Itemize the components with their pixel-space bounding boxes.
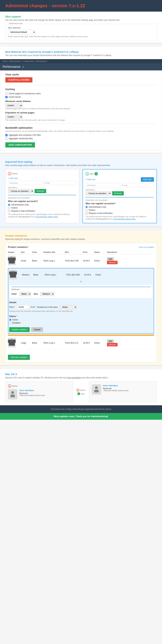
row1-size: Small bbox=[21, 260, 31, 262]
mac-shortcuts-desc-before: • Add and modify shortcut sets. bbox=[19, 394, 45, 396]
attributes-block: Attributes Color Black Size Medium bbox=[9, 284, 153, 298]
row1-title: Tshirt Long 1 bbox=[43, 260, 64, 262]
status-active-radio[interactable] bbox=[9, 319, 11, 321]
cache-pages-checkbox[interactable] bbox=[5, 92, 7, 95]
price-row: Price * EUR Include tax in this price -N… bbox=[9, 305, 153, 309]
row3-sku: TSH1-BLK-LG bbox=[65, 342, 82, 344]
username-field-before[interactable]: Username bbox=[8, 181, 42, 185]
loginToboggan-link-after[interactable]: LoginToboggan settings page. bbox=[113, 218, 136, 220]
before-small-circle: ● bbox=[77, 389, 79, 392]
product-image-medium bbox=[9, 270, 21, 280]
save-configuration-button[interactable]: SAVE CONFIGURATION bbox=[5, 142, 35, 148]
performance-title-bar: Performance ⚙ bbox=[0, 63, 162, 70]
mac-before-circle-icon: ● bbox=[8, 384, 11, 388]
tax-select[interactable]: -None- bbox=[60, 305, 77, 309]
status-active-row: Active bbox=[9, 318, 153, 321]
add-user-label-before: + Add user bbox=[8, 177, 18, 180]
execute-button-before[interactable]: Execute bbox=[35, 189, 46, 193]
after-plus-icon[interactable]: ● bbox=[94, 172, 98, 176]
cache-blocks-label: Cache blocks bbox=[9, 96, 21, 98]
admin-only-radio-before[interactable] bbox=[8, 204, 10, 206]
form-comparison-wrapper: ● before + Add user Username E-mail Oper… bbox=[5, 169, 157, 223]
col-price: Price bbox=[83, 251, 93, 253]
add-new-variation-button[interactable]: Add new variation bbox=[8, 355, 30, 360]
clear-all-caches-button[interactable]: CLEAR ALL CACHES bbox=[5, 77, 32, 82]
update-variation-button[interactable]: Update variation bbox=[9, 327, 30, 332]
admin-breadcrumb-bar: Home › Administration › Configuration › … bbox=[0, 59, 162, 63]
breadcrumb-config[interactable]: Configuration bbox=[23, 60, 34, 62]
visitors-row-after: Visitors bbox=[85, 209, 154, 211]
expiration-block: Expiration of cached pages <none> The ma… bbox=[5, 111, 157, 121]
loginToboggan-link-before[interactable]: LoginToboggan settings page. bbox=[35, 216, 58, 218]
breadcrumb-admin[interactable]: Administration bbox=[9, 60, 21, 62]
require-email-checkbox-after[interactable] bbox=[85, 212, 88, 214]
material-skin-desc: You can now materialize your Drupal Admi… bbox=[5, 54, 157, 56]
aggregate-css-checkbox[interactable] bbox=[5, 134, 7, 136]
footer: Download now at https://www.drupal.org/p… bbox=[0, 405, 162, 413]
gear-icon[interactable]: ⚙ bbox=[22, 66, 24, 68]
price-input[interactable] bbox=[17, 305, 29, 309]
row3-edit-button[interactable]: Edit bbox=[107, 340, 114, 343]
color-attr-select[interactable]: Black bbox=[19, 292, 31, 296]
macos-desc: Special CSS code for Apple's desktop OS.… bbox=[5, 376, 157, 379]
skin-selection-dropdown[interactable]: Adminimal Default bbox=[8, 30, 35, 34]
table-row: Small Black Tshirt Long 1 TSH1-BLK-SM 24… bbox=[8, 254, 154, 267]
reg-label-before: Registration and cancellation bbox=[8, 197, 76, 199]
form-styling-title: Improved form styling bbox=[5, 160, 157, 163]
visitors-radio-before[interactable] bbox=[8, 207, 10, 209]
email-field-after[interactable]: E-mail bbox=[120, 183, 154, 187]
attributes-title: Attributes bbox=[11, 287, 151, 290]
breadcrumb-dev[interactable]: Development bbox=[36, 60, 47, 62]
ops-label-after: Operations bbox=[85, 189, 154, 191]
mac-comparison-wrapper: ● before User interface Shortcuts • Add … bbox=[5, 382, 157, 402]
svg-rect-9 bbox=[15, 272, 17, 274]
row1-edit-button[interactable]: Edit bbox=[107, 257, 114, 261]
status-disabled-radio[interactable] bbox=[9, 322, 11, 324]
expiration-hint: The maximum time an external cache can u… bbox=[5, 119, 157, 121]
skin-subsection: Adminimal skin Skin selection Adminimal … bbox=[5, 24, 157, 40]
admin-only-radio-after[interactable] bbox=[85, 206, 88, 208]
before-column: ● before + Add user Username E-mail Oper… bbox=[5, 169, 79, 223]
after-circle-icon[interactable]: ● bbox=[85, 172, 89, 176]
cache-blocks-checkbox[interactable] bbox=[5, 96, 7, 98]
ops-select-before[interactable]: - Choose an operation - bbox=[8, 189, 34, 193]
mac-shortcuts-desc-after: • Add and modify shortcut sets. bbox=[103, 390, 129, 392]
status-disabled-row: Disabled bbox=[9, 322, 153, 324]
expiration-select[interactable]: <none> bbox=[5, 115, 23, 119]
row2-title: Tshirt Long 1 bbox=[44, 274, 65, 276]
tax-note: Saving prices tax inclusive will bypass … bbox=[9, 310, 153, 312]
cache-blocks-row: Cache blocks bbox=[5, 96, 157, 98]
variation-action-buttons: Update variation Cancel bbox=[9, 327, 153, 332]
email-field-before[interactable]: E-mail bbox=[43, 181, 77, 185]
row-expand-toggle[interactable]: ∨ bbox=[9, 280, 153, 283]
min-cache-select[interactable]: <none> bbox=[5, 104, 23, 108]
row3-remove-button[interactable]: Remove bbox=[107, 343, 118, 346]
execute-button-after[interactable]: Execute bbox=[112, 191, 124, 196]
visitors-radio-after[interactable] bbox=[85, 209, 88, 211]
before-circle-icon[interactable]: ● bbox=[8, 172, 11, 175]
require-email-checkbox-before[interactable] bbox=[8, 210, 10, 212]
row1-sku: TSH1-BLK-SM bbox=[65, 260, 82, 262]
size-attr-select[interactable]: Medium bbox=[40, 292, 54, 296]
drupal-commerce-desc: Improved styling for drupal commerce, co… bbox=[5, 238, 157, 240]
svg-rect-14 bbox=[14, 340, 16, 343]
tshirt-svg-medium bbox=[9, 270, 17, 279]
ops-select-after[interactable]: - Choose an operation - bbox=[85, 191, 111, 196]
bandwidth-title: Bandwidth optimization bbox=[5, 126, 157, 129]
col-ops: Operations bbox=[107, 251, 124, 253]
aggregate-js-checkbox[interactable] bbox=[5, 138, 7, 140]
skin-note: Select desired skin style. Note that thi… bbox=[8, 36, 154, 38]
reg-section-after: Registration and cancellation Who can re… bbox=[85, 197, 154, 220]
cancel-button[interactable]: Cancel bbox=[31, 327, 43, 332]
show-row-weights[interactable]: Show row weights bbox=[139, 246, 154, 248]
clear-cache-block: Clear cache CLEAR ALL CACHES bbox=[5, 73, 157, 82]
row1-remove-button[interactable]: Remove bbox=[107, 261, 118, 264]
user-interface-icon-after bbox=[93, 386, 99, 393]
row3-price: 24.00 € bbox=[83, 342, 93, 344]
username-field-after[interactable]: Username bbox=[85, 183, 119, 187]
add-user-button[interactable]: Add user bbox=[141, 177, 154, 182]
after-header: ● after ● bbox=[85, 172, 154, 176]
include-tax-label: Include tax in this price bbox=[37, 306, 58, 308]
breadcrumb-home[interactable]: Home bbox=[2, 60, 7, 62]
status-block: Status * Active Disabled bbox=[9, 314, 153, 326]
